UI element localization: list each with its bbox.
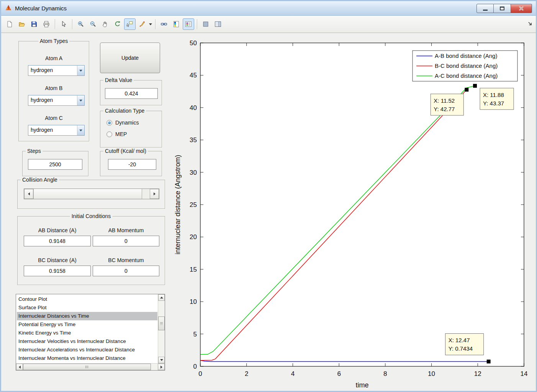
pan-icon[interactable] xyxy=(100,18,111,30)
app-window: Molecular Dynamics xyxy=(0,0,537,392)
zoom-in-icon[interactable] xyxy=(75,18,87,30)
bc-momentum-field[interactable] xyxy=(93,266,159,276)
edit-plot-icon[interactable] xyxy=(58,18,69,30)
scroll-down-arrow[interactable] xyxy=(158,357,165,363)
svg-text:Y: 43.37: Y: 43.37 xyxy=(483,100,504,107)
plot-type-listbox[interactable]: Contour PlotSurface PlotInternuclear Dis… xyxy=(16,294,165,371)
atom-b-dropdown[interactable]: hydrogen xyxy=(28,95,85,106)
datatip-marker[interactable] xyxy=(473,84,477,88)
legend-entry: A-B bond distance (Ang) xyxy=(435,52,497,59)
radio-dynamics-label: Dynamics xyxy=(115,120,139,126)
dock-figure-icon[interactable] xyxy=(527,21,533,28)
delta-value-title: Delta Value xyxy=(103,77,134,83)
close-button[interactable] xyxy=(511,4,532,13)
slider-left-arrow[interactable] xyxy=(24,189,33,199)
minimize-button[interactable] xyxy=(476,4,494,13)
ab-distance-field[interactable] xyxy=(24,236,91,246)
insert-legend-icon[interactable] xyxy=(183,18,194,30)
new-figure-icon[interactable] xyxy=(4,18,15,30)
update-button[interactable]: Update xyxy=(100,43,160,73)
atom-types-panel: Atom Types Atom A hydrogen Atom B hydrog… xyxy=(18,41,89,141)
list-item[interactable]: Surface Plot xyxy=(17,303,157,312)
radio-dynamics[interactable]: Dynamics xyxy=(106,120,139,126)
brush-menu-caret-icon[interactable] xyxy=(148,18,153,30)
scroll-left-arrow[interactable] xyxy=(16,364,23,370)
data-cursor-icon[interactable] xyxy=(124,18,136,30)
link-plot-icon[interactable] xyxy=(158,18,170,30)
scrollbar-thumb[interactable] xyxy=(158,317,165,330)
y-tick-label: 35 xyxy=(190,136,197,144)
radio-unselected-icon[interactable] xyxy=(106,131,112,137)
collision-angle-panel: Collision Angle xyxy=(17,180,165,209)
collision-angle-slider[interactable] xyxy=(24,189,159,199)
list-item[interactable]: Internuclear Accelerations vs Internucle… xyxy=(17,346,157,354)
delta-value-field[interactable] xyxy=(105,88,158,99)
zoom-out-icon[interactable] xyxy=(87,18,99,30)
legend-entry: B-C bond distance (Ang) xyxy=(435,62,498,69)
print-figure-icon[interactable] xyxy=(41,18,52,30)
list-item[interactable]: Kinetic Energy vs Time xyxy=(17,329,157,337)
radio-mep-label: MEP xyxy=(115,131,127,137)
slider-track[interactable] xyxy=(142,189,150,199)
y-tick-label: 20 xyxy=(190,233,197,241)
bc-distance-field[interactable] xyxy=(24,266,91,276)
matlab-icon xyxy=(5,4,12,13)
chevron-down-icon[interactable] xyxy=(77,66,84,75)
radio-selected-icon[interactable] xyxy=(106,120,112,126)
svg-text:Y: 0.7434: Y: 0.7434 xyxy=(449,345,473,352)
legend[interactable]: A-B bond distance (Ang)B-C bond distance… xyxy=(413,51,517,81)
x-tick-label: 10 xyxy=(428,370,435,377)
y-tick-label: 45 xyxy=(190,72,197,79)
window-title: Molecular Dynamics xyxy=(15,5,67,11)
cutoff-title: Cutoff (Kcal/ mol) xyxy=(103,148,148,154)
ab-distance-label: AB Distance (A) xyxy=(24,227,91,233)
scroll-right-arrow[interactable] xyxy=(158,364,165,370)
atom-a-dropdown[interactable]: hydrogen xyxy=(28,65,85,76)
chevron-down-icon[interactable] xyxy=(77,95,84,105)
atom-b-value: hydrogen xyxy=(28,95,77,105)
maximize-button[interactable] xyxy=(494,4,511,13)
listbox-horizontal-scrollbar[interactable] xyxy=(16,363,165,370)
save-figure-icon[interactable] xyxy=(28,18,40,30)
y-tick-label: 30 xyxy=(190,169,197,176)
datatip-marker[interactable] xyxy=(465,88,468,92)
svg-text:Y: 42.77: Y: 42.77 xyxy=(434,106,455,112)
list-item[interactable]: Internuclear Momenta vs Internuclear Dis… xyxy=(17,354,157,362)
plot-area: 0246810121405101520253035404550timeinter… xyxy=(170,33,536,390)
radio-mep[interactable]: MEP xyxy=(106,131,127,137)
list-item[interactable]: Internuclear Velocities vs Internuclear … xyxy=(17,337,157,346)
atom-types-title: Atom Types xyxy=(38,38,70,44)
rotate-3d-icon[interactable] xyxy=(112,18,123,30)
hide-plot-tools-icon[interactable] xyxy=(200,18,211,30)
bc-momentum-label: BC Momentum xyxy=(93,257,159,263)
toolbar-separator xyxy=(155,19,156,29)
show-plot-tools-icon[interactable] xyxy=(212,18,224,30)
calculation-type-panel: Calculation Type Dynamics MEP xyxy=(100,111,162,148)
scroll-up-arrow[interactable] xyxy=(158,294,165,301)
list-item[interactable]: Potential Energy vs Time xyxy=(17,320,157,329)
y-tick-label: 15 xyxy=(190,266,197,273)
list-item[interactable]: Contour Plot xyxy=(17,295,157,303)
scrollbar-thumb[interactable] xyxy=(23,364,151,370)
datatip-marker[interactable] xyxy=(487,359,491,363)
insert-colorbar-icon[interactable] xyxy=(170,18,182,30)
figure-toolbar xyxy=(1,16,536,33)
steps-field[interactable] xyxy=(28,159,82,170)
brush-data-icon[interactable] xyxy=(136,18,148,30)
toolbar-separator xyxy=(197,19,197,29)
list-item[interactable]: Internuclear Distances vs Time xyxy=(17,312,157,320)
y-tick-label: 25 xyxy=(190,201,197,208)
slider-right-arrow[interactable] xyxy=(150,189,159,199)
axes-background xyxy=(200,43,524,366)
ab-momentum-field[interactable] xyxy=(93,236,159,246)
slider-thumb[interactable] xyxy=(33,189,142,199)
y-tick-label: 10 xyxy=(190,298,197,305)
atom-c-dropdown[interactable]: hydrogen xyxy=(28,125,85,136)
calculation-type-title: Calculation Type xyxy=(103,108,146,114)
delta-value-panel: Delta Value xyxy=(100,80,162,105)
atom-c-label: Atom C xyxy=(19,115,89,121)
listbox-vertical-scrollbar[interactable] xyxy=(158,294,165,363)
chevron-down-icon[interactable] xyxy=(77,125,84,135)
cutoff-field[interactable] xyxy=(108,159,156,170)
open-file-icon[interactable] xyxy=(16,18,28,30)
